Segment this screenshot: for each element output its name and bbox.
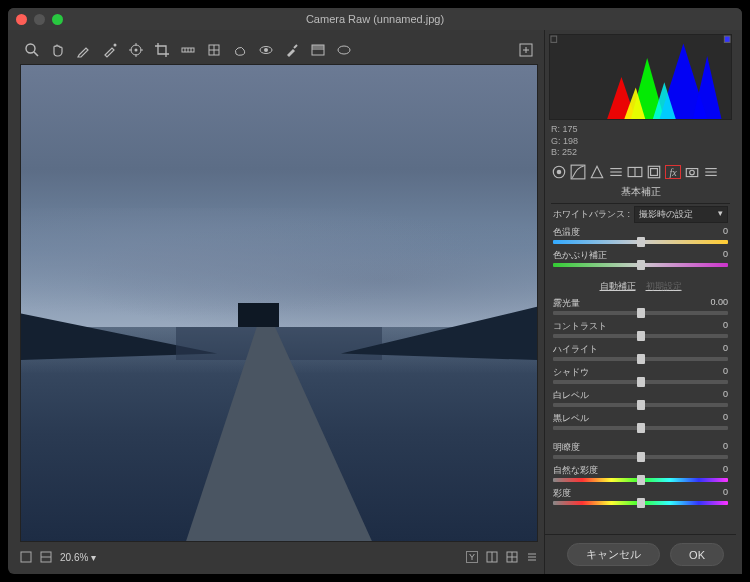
zoom-tool-icon[interactable] — [24, 42, 40, 58]
radial-filter-tool-icon[interactable] — [336, 42, 352, 58]
saturation-slider: 彩度0 — [545, 486, 736, 509]
clarity-slider: 明瞭度0 — [545, 440, 736, 463]
svg-point-4 — [135, 49, 138, 52]
svg-point-48 — [690, 170, 695, 175]
highlight-thumb[interactable] — [637, 354, 645, 364]
transform-tool-icon[interactable] — [206, 42, 222, 58]
black-value[interactable]: 0 — [723, 412, 728, 425]
menu-icon[interactable] — [526, 551, 538, 563]
shadow-value[interactable]: 0 — [723, 366, 728, 379]
svg-rect-24 — [21, 552, 31, 562]
shadow-track[interactable] — [553, 380, 728, 384]
preset-save-icon[interactable] — [518, 42, 534, 58]
image-preview[interactable] — [20, 64, 538, 542]
window-title: Camera Raw (unnamed.jpg) — [8, 13, 742, 25]
saturation-track[interactable] — [553, 501, 728, 505]
graduated-filter-tool-icon[interactable] — [310, 42, 326, 58]
hand-tool-icon[interactable] — [50, 42, 66, 58]
temperature-thumb[interactable] — [637, 237, 645, 247]
svg-point-0 — [26, 44, 35, 53]
saturation-value[interactable]: 0 — [723, 487, 728, 500]
svg-line-1 — [34, 52, 38, 56]
exposure-value[interactable]: 0.00 — [710, 297, 728, 310]
svg-rect-46 — [651, 169, 658, 176]
straighten-tool-icon[interactable] — [180, 42, 196, 58]
tint-value[interactable]: 0 — [723, 249, 728, 262]
ok-button[interactable]: OK — [670, 543, 724, 566]
clarity-value[interactable]: 0 — [723, 441, 728, 454]
contrast-slider: コントラスト0 — [545, 319, 736, 342]
white-value[interactable]: 0 — [723, 389, 728, 402]
white-slider: 白レベル0 — [545, 388, 736, 411]
highlight-value[interactable]: 0 — [723, 343, 728, 356]
vibrance-value[interactable]: 0 — [723, 464, 728, 477]
view-mode-icon[interactable] — [20, 551, 32, 563]
tint-track[interactable] — [553, 263, 728, 267]
color-sampler-tool-icon[interactable] — [102, 42, 118, 58]
white-label: 白レベル — [553, 389, 589, 402]
white-thumb[interactable] — [637, 400, 645, 410]
exposure-track[interactable] — [553, 311, 728, 315]
tab-lens-icon[interactable] — [646, 165, 662, 179]
auto-button[interactable]: 自動補正 — [600, 280, 636, 293]
vibrance-thumb[interactable] — [637, 475, 645, 485]
tab-hsl-icon[interactable] — [608, 165, 624, 179]
black-label: 黒レベル — [553, 412, 589, 425]
saturation-thumb[interactable] — [637, 498, 645, 508]
black-thumb[interactable] — [637, 423, 645, 433]
black-track[interactable] — [553, 426, 728, 430]
exposure-slider: 露光量0.00 — [545, 296, 736, 319]
vibrance-track[interactable] — [553, 478, 728, 482]
contrast-value[interactable]: 0 — [723, 320, 728, 333]
shadow-thumb[interactable] — [637, 377, 645, 387]
tab-basic-icon[interactable] — [551, 165, 567, 179]
before-after-y-icon[interactable]: Y — [466, 551, 478, 563]
histogram[interactable] — [549, 34, 732, 120]
titlebar: Camera Raw (unnamed.jpg) — [8, 8, 742, 30]
tab-presets-icon[interactable] — [703, 165, 719, 179]
highlight-track[interactable] — [553, 357, 728, 361]
panel-tabs: fx — [545, 161, 736, 183]
before-after-grid-icon[interactable] — [506, 551, 518, 563]
tint-thumb[interactable] — [637, 260, 645, 270]
rgb-readout: R: 175 G: 198 B: 252 — [545, 122, 736, 161]
white-balance-select[interactable]: 撮影時の設定 ▾ — [634, 206, 728, 223]
shadow-slider: シャドウ0 — [545, 365, 736, 388]
zoom-value[interactable]: 20.6% ▾ — [60, 552, 96, 563]
adjustment-brush-tool-icon[interactable] — [284, 42, 300, 58]
white-track[interactable] — [553, 403, 728, 407]
tab-fx-icon[interactable]: fx — [665, 165, 681, 179]
black-slider: 黒レベル0 — [545, 411, 736, 434]
clarity-track[interactable] — [553, 455, 728, 459]
photo-render — [21, 65, 537, 541]
main-area: 20.6% ▾ Y — [8, 30, 544, 574]
clarity-thumb[interactable] — [637, 452, 645, 462]
contrast-track[interactable] — [553, 334, 728, 338]
tab-curve-icon[interactable] — [570, 165, 586, 179]
default-button[interactable]: 初期設定 — [646, 280, 682, 293]
crop-tool-icon[interactable] — [154, 42, 170, 58]
spot-removal-tool-icon[interactable] — [232, 42, 248, 58]
svg-point-2 — [114, 44, 117, 47]
targeted-adjustment-tool-icon[interactable] — [128, 42, 144, 58]
white-balance-label: ホワイトバランス : — [553, 208, 630, 221]
before-after-split-icon[interactable] — [486, 551, 498, 563]
white-balance-tool-icon[interactable] — [76, 42, 92, 58]
tab-detail-icon[interactable] — [589, 165, 605, 179]
cancel-button[interactable]: キャンセル — [567, 543, 660, 566]
tab-split-icon[interactable] — [627, 165, 643, 179]
red-eye-tool-icon[interactable] — [258, 42, 274, 58]
bottom-bar: 20.6% ▾ Y — [20, 542, 538, 568]
temperature-value[interactable]: 0 — [723, 226, 728, 239]
exposure-thumb[interactable] — [637, 308, 645, 318]
top-toolbar — [20, 36, 538, 64]
highlight-slider: ハイライト0 — [545, 342, 736, 365]
contrast-thumb[interactable] — [637, 331, 645, 341]
content: 20.6% ▾ Y — [8, 30, 742, 574]
svg-point-38 — [557, 170, 562, 175]
zoom-fit-icon[interactable] — [40, 551, 52, 563]
tint-label: 色かぶり補正 — [553, 249, 607, 262]
highlight-label: ハイライト — [553, 343, 598, 356]
temperature-track[interactable] — [553, 240, 728, 244]
tab-calibration-icon[interactable] — [684, 165, 700, 179]
